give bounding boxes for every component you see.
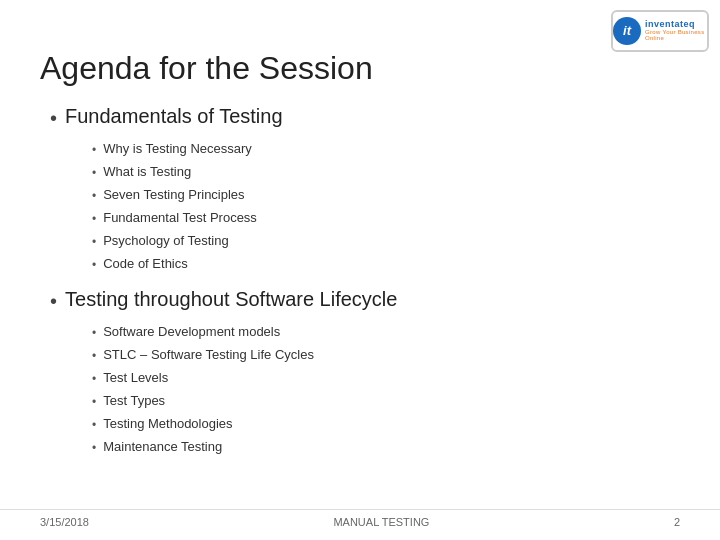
slide-footer: 3/15/2018 MANUAL TESTING 2 xyxy=(0,509,720,528)
sub-bullet-icon: • xyxy=(92,233,96,251)
list-item: • Test Levels xyxy=(92,368,680,388)
sub-item-text: Psychology of Testing xyxy=(103,231,229,251)
sub-bullet-icon: • xyxy=(92,256,96,274)
logo-main-text: inventateq xyxy=(645,20,707,30)
sub-bullet-icon: • xyxy=(92,347,96,365)
footer-title: MANUAL TESTING xyxy=(89,516,674,528)
sub-item-text: Maintenance Testing xyxy=(103,437,222,457)
sub-bullet-icon: • xyxy=(92,393,96,411)
section-lifecycle-label: Testing throughout Software Lifecycle xyxy=(65,288,397,311)
list-item: • Seven Testing Principles xyxy=(92,185,680,205)
sub-bullet-icon: • xyxy=(92,370,96,388)
list-item: • Testing Methodologies xyxy=(92,414,680,434)
sub-item-text: Seven Testing Principles xyxy=(103,185,244,205)
list-item: • Maintenance Testing xyxy=(92,437,680,457)
logo-text: inventateq Grow Your Business Online xyxy=(645,20,707,42)
list-item: • What is Testing xyxy=(92,162,680,182)
sub-item-text: Test Levels xyxy=(103,368,168,388)
fundamentals-sub-list: • Why is Testing Necessary • What is Tes… xyxy=(92,139,680,274)
sub-item-text: Why is Testing Necessary xyxy=(103,139,252,159)
bullet-dot-1: • xyxy=(50,105,57,131)
sub-item-text: Fundamental Test Process xyxy=(103,208,257,228)
list-item: • Test Types xyxy=(92,391,680,411)
sub-item-text: Testing Methodologies xyxy=(103,414,232,434)
sub-bullet-icon: • xyxy=(92,141,96,159)
sub-item-text: STLC – Software Testing Life Cycles xyxy=(103,345,314,365)
logo-area: it inventateq Grow Your Business Online xyxy=(610,8,710,53)
lifecycle-sub-list: • Software Development models • STLC – S… xyxy=(92,322,680,457)
list-item: • STLC – Software Testing Life Cycles xyxy=(92,345,680,365)
logo-circle: it xyxy=(613,17,641,45)
logo-icon: it xyxy=(623,23,631,38)
sub-bullet-icon: • xyxy=(92,164,96,182)
section-fundamentals-label: Fundamentals of Testing xyxy=(65,105,283,128)
sub-bullet-icon: • xyxy=(92,439,96,457)
list-item: • Fundamental Test Process xyxy=(92,208,680,228)
slide: it inventateq Grow Your Business Online … xyxy=(0,0,720,540)
slide-title: Agenda for the Session xyxy=(40,50,680,87)
sub-bullet-icon: • xyxy=(92,324,96,342)
sub-item-text: What is Testing xyxy=(103,162,191,182)
sub-bullet-icon: • xyxy=(92,416,96,434)
list-item: • Why is Testing Necessary xyxy=(92,139,680,159)
bullet-dot-2: • xyxy=(50,288,57,314)
logo-sub-text: Grow Your Business Online xyxy=(645,29,707,41)
footer-date: 3/15/2018 xyxy=(40,516,89,528)
sub-bullet-icon: • xyxy=(92,210,96,228)
section-fundamentals: • Fundamentals of Testing xyxy=(50,105,680,131)
list-item: • Psychology of Testing xyxy=(92,231,680,251)
list-item: • Software Development models xyxy=(92,322,680,342)
sub-bullet-icon: • xyxy=(92,187,96,205)
section-lifecycle: • Testing throughout Software Lifecycle xyxy=(50,288,680,314)
list-item: • Code of Ethics xyxy=(92,254,680,274)
sub-item-text: Test Types xyxy=(103,391,165,411)
sub-item-text: Code of Ethics xyxy=(103,254,188,274)
logo-box: it inventateq Grow Your Business Online xyxy=(611,10,709,52)
sub-item-text: Software Development models xyxy=(103,322,280,342)
footer-page-number: 2 xyxy=(674,516,680,528)
